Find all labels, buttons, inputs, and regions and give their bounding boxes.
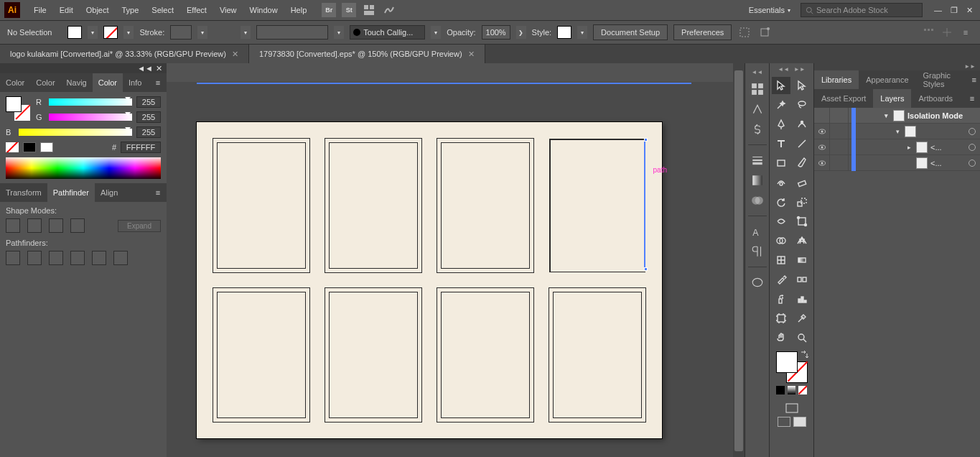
trim-icon[interactable] — [27, 251, 42, 265]
lock-toggle[interactable] — [833, 124, 849, 139]
document-tab[interactable]: logo kulakami [Converted].ai* @ 33.33% (… — [0, 45, 249, 63]
lock-toggle[interactable] — [833, 108, 849, 124]
visibility-toggle[interactable] — [814, 124, 830, 139]
lasso-tool[interactable] — [793, 96, 811, 114]
scroll-thumb[interactable] — [734, 70, 743, 451]
gradient-tool[interactable] — [793, 251, 811, 269]
minus-back-icon[interactable] — [113, 251, 128, 265]
menu-object[interactable]: Object — [80, 3, 116, 17]
selection-tool[interactable] — [772, 77, 790, 94]
free-transform-tool[interactable] — [793, 213, 811, 230]
scale-tool[interactable] — [793, 193, 811, 211]
rp-tab-layers[interactable]: Layers — [873, 89, 911, 108]
menu-type[interactable]: Type — [116, 3, 146, 17]
fill-dd[interactable]: ▾ — [88, 26, 98, 39]
menu-select[interactable]: Select — [145, 3, 180, 17]
merge-icon[interactable] — [49, 251, 63, 265]
character-panel-icon[interactable]: A — [750, 225, 765, 238]
rectangle-tool[interactable] — [772, 154, 790, 172]
slider-r[interactable] — [49, 98, 132, 106]
symbol-sprayer-tool[interactable] — [772, 290, 790, 308]
minimize-button[interactable]: — — [934, 6, 942, 15]
ornament-frame-5[interactable] — [213, 287, 310, 423]
ornament-frame-2[interactable] — [325, 138, 422, 273]
eraser-tool[interactable] — [793, 174, 811, 191]
anchor-point-bottom[interactable] — [644, 267, 648, 271]
color-tab-4[interactable]: Info — [123, 73, 147, 92]
canvas-viewport[interactable]: path — [167, 82, 733, 457]
var-width-profile-dd[interactable]: ▾ — [334, 26, 344, 39]
panel-menu-icon[interactable]: ≡ — [958, 25, 973, 40]
visibility-toggle[interactable] — [814, 155, 830, 171]
visibility-toggle[interactable] — [814, 139, 830, 155]
divide-icon[interactable] — [6, 251, 20, 265]
dock-collapse-icon[interactable]: ◄◄ — [752, 69, 763, 75]
snap-icon[interactable] — [737, 25, 752, 40]
ornament-frame-4-selected[interactable]: path — [549, 138, 646, 273]
color-tab-2[interactable]: Navig — [61, 73, 93, 92]
rp-tab-appearance[interactable]: Appearance — [859, 70, 915, 89]
paragraph-panel-icon[interactable] — [750, 245, 765, 258]
panel-menu-icon[interactable]: ≡ — [149, 78, 167, 87]
stroke-panel-icon[interactable] — [750, 154, 765, 167]
layer-row[interactable]: ▾ — [814, 124, 980, 139]
menu-edit[interactable]: Edit — [53, 3, 80, 17]
exclude-icon[interactable] — [70, 218, 85, 233]
ornament-frame-7[interactable] — [437, 287, 534, 423]
direct-selection-tool[interactable] — [793, 77, 811, 94]
style-dd[interactable]: ▾ — [577, 26, 587, 39]
curvature-tool[interactable] — [793, 116, 811, 133]
graphic-style-swatch[interactable] — [557, 26, 571, 39]
stroke-dd[interactable]: ▾ — [123, 26, 134, 39]
artboard[interactable]: path — [197, 122, 662, 438]
color-tab-3[interactable]: Color — [93, 73, 123, 92]
rp-tab-libraries[interactable]: Libraries — [814, 70, 859, 89]
target-icon[interactable] — [969, 128, 976, 135]
stock-button[interactable]: St — [342, 3, 356, 17]
color-spectrum[interactable] — [6, 157, 161, 179]
align-panel-icon[interactable] — [921, 25, 935, 40]
pf-tab-transform[interactable]: Transform — [0, 183, 47, 202]
slice-tool[interactable] — [793, 310, 811, 327]
value-g[interactable]: 255 — [136, 111, 161, 123]
panel-collapse-bar[interactable]: ◄◄✕ — [0, 63, 167, 73]
workspace-switcher[interactable]: Essentials▾ — [743, 4, 796, 17]
layer-name[interactable]: <... — [930, 143, 966, 152]
rp-tab-graphic-styles[interactable]: Graphic Styles — [916, 70, 969, 89]
ornament-frame-6[interactable] — [325, 287, 422, 423]
rp-tab-artboards[interactable]: Artboards — [911, 89, 960, 108]
var-width-dd[interactable]: ▾ — [241, 26, 251, 39]
panel-menu-icon[interactable]: ≡ — [969, 75, 980, 84]
close-button[interactable]: ✕ — [966, 6, 973, 15]
menu-file[interactable]: File — [27, 3, 53, 17]
layer-name[interactable]: Isolation Mode — [907, 111, 976, 120]
paintbrush-tool[interactable] — [793, 154, 811, 172]
panel-menu-icon[interactable]: ≡ — [964, 94, 980, 103]
pen-tool[interactable] — [772, 116, 790, 133]
target-icon[interactable] — [969, 160, 976, 167]
eyedropper-tool[interactable] — [772, 271, 790, 288]
fill-stroke-indicator[interactable] — [6, 96, 30, 121]
type-tool[interactable] — [772, 135, 790, 152]
right-collapse-icon[interactable]: ►► — [814, 63, 980, 70]
anchor-point-top[interactable] — [644, 138, 648, 142]
perspective-grid-tool[interactable] — [793, 232, 811, 249]
selected-path[interactable] — [644, 140, 645, 269]
screen-mode-normal[interactable] — [778, 417, 790, 427]
disclosure-icon[interactable]: ▾ — [882, 112, 890, 119]
stroke-weight-input[interactable] — [170, 25, 192, 40]
layer-row[interactable]: ▸<... — [814, 139, 980, 155]
gradient-mode-icon[interactable] — [788, 386, 796, 394]
disclosure-icon[interactable]: ▾ — [893, 128, 902, 135]
slider-g[interactable] — [49, 114, 132, 121]
stroke-weight-dd[interactable]: ▾ — [197, 26, 207, 39]
opacity-input[interactable]: 100% — [482, 25, 510, 40]
pf-tab-pathfinder[interactable]: Pathfinder — [47, 183, 95, 202]
brush-definition[interactable]: Touch Callig... — [350, 25, 425, 40]
disclosure-icon[interactable]: ▸ — [905, 144, 913, 151]
layer-row[interactable]: <... — [814, 155, 980, 171]
scrollbar-vertical[interactable] — [733, 63, 745, 457]
pf-tab-align[interactable]: Align — [95, 183, 123, 202]
outline-icon[interactable] — [92, 251, 106, 265]
shaper-tool[interactable] — [772, 174, 790, 191]
